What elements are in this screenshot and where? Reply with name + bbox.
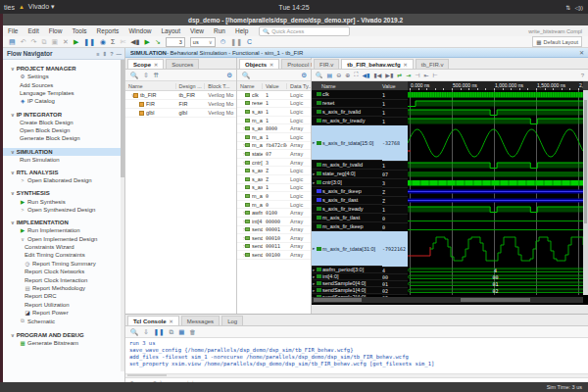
menu-view[interactable]: View: [185, 27, 209, 34]
help-icon[interactable]: ?: [581, 73, 584, 78]
restart-sim-icon[interactable]: ◀▮: [130, 38, 139, 45]
object-row-cntr30[interactable]: >cntr[3:0]3Array: [237, 159, 311, 168]
run-time-unit-select[interactable]: us∨: [190, 37, 216, 47]
reset-run-icon[interactable]: C: [247, 38, 252, 45]
flow-item-open-block-design[interactable]: Open Block Design: [3, 126, 124, 134]
toggle-icon[interactable]: ≡: [96, 51, 99, 57]
desktop-clock[interactable]: Tue 14:25: [278, 4, 309, 11]
flow-item-language-templates[interactable]: Language Templates: [3, 89, 124, 97]
flow-item-report-power[interactable]: ◪Report Power: [3, 309, 124, 317]
gear-icon[interactable]: ⚙: [301, 72, 307, 79]
gear-icon[interactable]: ⚙: [226, 72, 232, 79]
close-tab-icon[interactable]: ✕: [154, 62, 158, 68]
copy-icon[interactable]: ⧉: [169, 328, 173, 336]
flow-item-report-utilization[interactable]: Report Utilization: [3, 301, 124, 309]
object-row-s_axis_fir_tready[interactable]: s_axis_fir_tready1Logic: [237, 184, 311, 193]
swap-icon[interactable]: ⇄: [397, 72, 402, 78]
run-icon[interactable]: ▶: [74, 38, 78, 45]
tcl-tab-log[interactable]: Log: [221, 316, 243, 325]
wave-horizontal-scrollbar[interactable]: [408, 297, 583, 303]
search-icon[interactable]: 🔍: [130, 328, 138, 336]
wave-name-sendSample140[interactable]: ▸sendSample1[4:0]: [312, 287, 382, 294]
flow-item-open-synthesized-design[interactable]: >Open Synthesized Design: [3, 206, 124, 214]
goto-cursor-icon[interactable]: ◀▮: [362, 72, 369, 78]
flow-section-synthesis[interactable]: ∨SYNTHESIS: [3, 189, 124, 197]
pause-output-icon[interactable]: ❚❚: [154, 328, 165, 336]
clear-console-icon[interactable]: 🗑: [189, 328, 196, 335]
copy-icon[interactable]: ⧉: [41, 38, 46, 45]
minimize-icon[interactable]: —: [117, 51, 122, 57]
tcl-tab-tcl-console[interactable]: Tcl Console✕: [127, 316, 179, 325]
wave-name-int40[interactable]: ▸int[4:0]: [312, 273, 382, 280]
marker-icon[interactable]: ⇥: [406, 72, 411, 78]
object-row-sendSample0[interactable]: >sendSample000001Array: [237, 226, 311, 235]
relaunch-icon[interactable]: ⏱: [220, 38, 225, 45]
flow-item-create-block-design[interactable]: Create Block Design: [3, 119, 124, 126]
menu-tools[interactable]: Tools: [67, 27, 91, 34]
menu-file[interactable]: File: [3, 27, 23, 34]
object-row-m_axis_fir_tkeep[interactable]: m_axis_fir_tkeep0Logic: [237, 201, 311, 210]
object-row-s_axis_fir_tdata[interactable]: >s_axis_fir_tdata8000Array: [237, 124, 311, 133]
page-icon[interactable]: ▦: [178, 328, 184, 336]
network-icon[interactable]: ⇅: [565, 4, 570, 11]
wave-plot-area[interactable]: 400010203: [408, 90, 583, 295]
wave-name-m_axis_fir_tlast[interactable]: m_axis_fir_tlast: [312, 214, 382, 222]
flow-section-simulation[interactable]: ∨SIMULATION: [3, 148, 124, 156]
wave-name-cntr30[interactable]: ▸cntr[3:0]: [312, 178, 382, 187]
delete-icon[interactable]: ✕: [63, 38, 69, 45]
flow-item-run-implementation[interactable]: ▶Run Implementation: [3, 226, 124, 234]
wave-name-sendSample040[interactable]: ▸sendSample0[4:0]: [312, 280, 382, 287]
wave-name-reset[interactable]: reset: [312, 99, 382, 108]
search-icon[interactable]: 🔍: [130, 72, 138, 79]
scope-tab-sources[interactable]: Sources: [166, 59, 199, 69]
break-icon[interactable]: ❚❚: [230, 38, 242, 45]
flow-section-implementation[interactable]: ∨IMPLEMENTATION: [3, 219, 124, 226]
redo-icon[interactable]: ↷: [31, 38, 37, 45]
window-titlebar[interactable]: dsp_demo - [/home/parallels/dsp_demo/dsp…: [3, 14, 588, 25]
tcl-tab-messages[interactable]: Messages: [181, 316, 220, 325]
next-transition-icon[interactable]: ▶▮: [385, 72, 393, 78]
scope-tab-scope[interactable]: Scope✕: [127, 59, 164, 69]
object-row-sendSample3[interactable]: >sendSample300100Array: [237, 251, 311, 260]
quick-access-search[interactable]: 🔍 Quick Access: [259, 26, 350, 36]
zoom-out-icon[interactable]: ⊖: [336, 72, 341, 78]
wave-name-s_axis_fir_tkeep[interactable]: s_axis_fir_tkeep: [312, 187, 382, 196]
find-icon[interactable]: 🔍: [316, 72, 323, 78]
flow-item-ip-catalog[interactable]: ◈IP Catalog: [3, 97, 124, 105]
wave-name-clk[interactable]: clk: [312, 90, 382, 99]
wave-tab-tb-fir-behav-wcfg[interactable]: tb_FIR_behav.wcfg✕: [341, 59, 413, 69]
close-tab-icon[interactable]: ✕: [170, 318, 173, 324]
prev-marker-icon[interactable]: ⇤: [424, 72, 429, 78]
flow-item-run-synthesis[interactable]: ▶Run Synthesis: [3, 197, 124, 205]
object-row-s_axis_fir_tvalid[interactable]: s_axis_fir_tvalid1Logic: [237, 108, 311, 117]
save-wave-icon[interactable]: ▤: [327, 72, 333, 78]
flow-item-run-simulation[interactable]: Run Simulation: [3, 156, 124, 164]
zoom-fit-icon[interactable]: ⛶: [354, 72, 358, 78]
scope-row-tb_FIR[interactable]: ∨tb_FIRtb_FIRVerilog Mo: [125, 91, 236, 100]
flow-item-constraints-wizard[interactable]: Constraints Wizard: [3, 243, 124, 251]
wave-tab-fir-v[interactable]: FIR.v: [314, 59, 339, 69]
stop-icon[interactable]: ◉: [100, 38, 106, 45]
object-row-awfm_period[interactable]: >awfm_period0100Array: [237, 209, 311, 218]
wave-name-m_axis_fir_tvalid[interactable]: m_axis_fir_tvalid: [312, 161, 382, 170]
scope-row-FIR[interactable]: FIRFIRVerilog Mo: [125, 100, 236, 109]
menu-layout[interactable]: Layout: [157, 27, 186, 34]
object-row-s_axis_fir_tlast[interactable]: s_axis_fir_tlastZLogic: [237, 175, 311, 184]
wave-timeline[interactable]: 0.000 ns500.000 ns1,000.000 ns1,500.000 …: [408, 81, 583, 90]
flow-item-generate-block-design[interactable]: Generate Block Design: [3, 134, 124, 142]
flow-item-open-elaborated-design[interactable]: >Open Elaborated Design: [3, 176, 124, 184]
wave-name-m_axis_fir_tdata310[interactable]: ▸m_axis_fir_tdata[31:0]: [312, 231, 382, 267]
close-icon[interactable]: ✕: [579, 49, 584, 56]
wave-tab-tb-fir-v[interactable]: tb_FIR.v: [416, 59, 450, 69]
flow-item-schematic[interactable]: ⧉Schematic: [3, 317, 124, 325]
object-row-state_reg[interactable]: >state_reg07Array: [237, 150, 311, 159]
layout-selector[interactable]: ▦ Default Layout: [532, 36, 582, 47]
run-time-input[interactable]: 3: [166, 37, 185, 47]
flow-item-report-clock-interaction[interactable]: Report Clock Interaction: [3, 275, 124, 283]
flow-item-report-drc[interactable]: Report DRC: [3, 292, 124, 300]
cut-icon[interactable]: ✄: [120, 38, 125, 45]
undo-icon[interactable]: ↶: [21, 38, 26, 45]
wave-name-m_axis_fir_tkeep[interactable]: m_axis_fir_tkeep: [312, 222, 382, 231]
flow-item-settings[interactable]: ⚙Settings: [3, 73, 124, 80]
save-icon[interactable]: ▤: [9, 38, 16, 45]
